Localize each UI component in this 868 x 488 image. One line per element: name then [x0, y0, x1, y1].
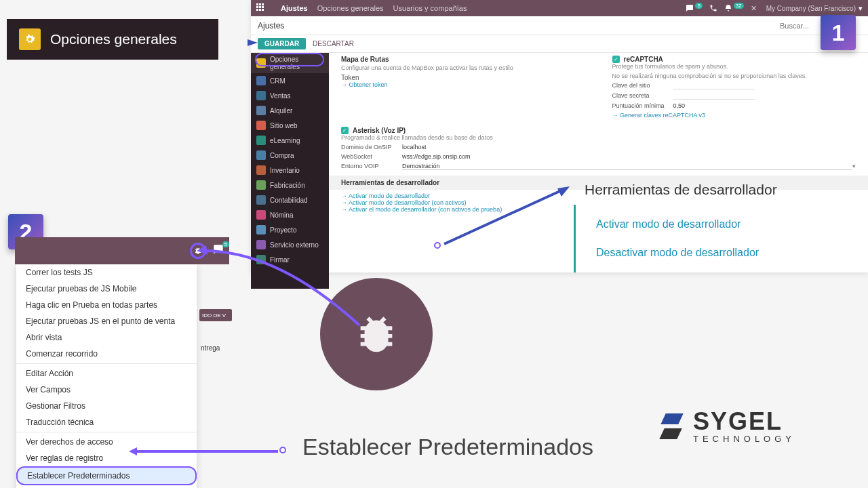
dev-menu-item[interactable]: Editar Acción: [16, 365, 197, 382]
bug-illustration: [320, 278, 433, 390]
sidebar-label: Ventas: [270, 92, 291, 100]
recaptcha-checkbox[interactable]: ✓: [612, 56, 620, 63]
onsip-value: localhost: [402, 144, 856, 150]
step-badge-1: 1: [821, 15, 856, 50]
sidebar-item-3[interactable]: Alquiler: [251, 103, 329, 118]
discard-button[interactable]: DESCARTAR: [306, 38, 361, 49]
sidebar-icon: [256, 180, 266, 190]
dev-menu-item[interactable]: Gestionar Filtros: [16, 398, 197, 414]
dev-callout-header: Herramientas de desarrollador: [574, 175, 804, 205]
dev-menu-item[interactable]: Haga clic en Prueba en todas partes: [16, 297, 197, 313]
callout-title: Opciones generales: [50, 31, 177, 47]
sidebar-label: Fabricación: [270, 182, 305, 189]
dev-menu-item[interactable]: Ver derechos de acceso: [16, 434, 197, 450]
get-token-link[interactable]: Obtener token: [341, 81, 585, 88]
sidebar-item-10[interactable]: Nómina: [251, 207, 329, 222]
sidebar-item-8[interactable]: Fabricación: [251, 178, 329, 192]
min-score-label: Puntuación mínima: [612, 102, 673, 109]
close-icon[interactable]: ✕: [751, 4, 757, 13]
sidebar-item-12[interactable]: Servicio externo: [251, 237, 329, 252]
sidebar-label: Proyecto: [270, 226, 296, 234]
action-buttons: GUARDAR DESCARTAR: [251, 35, 868, 53]
dev-menu-item[interactable]: Ejecutar pruebas JS en el punto de venta: [16, 313, 197, 329]
chevron-down-icon: ▾: [852, 163, 856, 170]
voip-env-value[interactable]: Demostración: [402, 163, 852, 170]
deactivate-dev-option[interactable]: Desactivar modo de desarrollador: [576, 239, 804, 267]
bg-fragment-pill: IDO DE V: [199, 309, 232, 321]
gen-keys-link[interactable]: Generar claves reCAPTCHA v3: [612, 112, 856, 119]
sidebar-icon: [256, 165, 266, 175]
voip-env-label: Entorno VOIP: [341, 163, 402, 170]
sidebar-label: CRM: [270, 77, 285, 85]
chevron-down-icon: ▾: [859, 4, 863, 13]
page-title: Ajustes: [258, 21, 284, 30]
ws-value: wss://edge.sip.onsip.com: [402, 153, 856, 160]
recaptcha-desc: Protege tus formularios de spam y abusos…: [612, 63, 856, 70]
activate-dev-option[interactable]: Activar modo de desarrollador: [576, 210, 804, 239]
sidebar-label: Servicio externo: [270, 241, 319, 249]
logo-name: SYGEL: [693, 409, 795, 434]
nav-users[interactable]: Usuarios y compañías: [393, 4, 467, 12]
activity-icon[interactable]: 32: [724, 4, 744, 12]
sidebar-item-9[interactable]: Contabilidad: [251, 192, 329, 207]
sidebar-icon: [256, 210, 266, 220]
sidebar-icon: [256, 76, 266, 85]
dev-menu-item[interactable]: Abrir vista: [16, 329, 197, 346]
asterisk-title: Asterisk (Voz IP): [353, 127, 406, 134]
sidebar-label: Firmar: [270, 256, 290, 264]
logo-mark-icon: [658, 411, 686, 443]
sidebar-label: Compra: [270, 152, 294, 159]
dev-menu-item[interactable]: Establecer Predeterminados: [16, 466, 197, 485]
sidebar-item-4[interactable]: Sitio web: [251, 118, 329, 133]
sidebar-label: Inventario: [270, 167, 300, 174]
sidebar-item-13[interactable]: Firmar: [251, 252, 329, 267]
sidebar-item-6[interactable]: Compra: [251, 148, 329, 163]
dev-menu-item[interactable]: Ver reglas de registro: [16, 450, 197, 466]
token-label: Token: [341, 74, 402, 81]
sidebar-label: Alquiler: [270, 107, 292, 115]
phone-icon[interactable]: [709, 4, 717, 12]
dev-menu-item[interactable]: Ver Campos: [16, 382, 197, 398]
save-button[interactable]: GUARDAR: [258, 38, 306, 49]
sidebar-item-2[interactable]: Ventas: [251, 88, 329, 103]
ws-label: WebSocket: [341, 153, 402, 160]
dev-menu-item[interactable]: Comenzar recorrido: [16, 346, 197, 362]
sidebar-icon: [256, 150, 266, 160]
dev-menu-item[interactable]: Traducción técnica: [16, 414, 197, 430]
apps-icon[interactable]: [256, 3, 266, 13]
sygel-logo: SYGELTECHNOLOGY: [658, 409, 795, 444]
app-title[interactable]: Ajustes: [281, 4, 308, 12]
dev-menu-item[interactable]: Correr los tests JS: [16, 264, 197, 281]
site-key-label: Clave del sitio: [612, 82, 673, 89]
messaging-icon[interactable]: 5: [686, 4, 702, 12]
sidebar-item-7[interactable]: Inventario: [251, 163, 329, 178]
recaptcha-title: reCAPTCHA: [624, 56, 663, 63]
secret-key-input[interactable]: [673, 92, 755, 100]
bg-fragment-text: ntrega: [201, 344, 220, 352]
logo-tagline: TECHNOLOGY: [693, 434, 795, 444]
secret-key-label: Clave secreta: [612, 92, 673, 100]
annotation-dot: [279, 447, 286, 453]
breadcrumb-bar: Ajustes: [251, 16, 868, 35]
sidebar-icon: [256, 195, 266, 205]
sidebar-label: eLearning: [270, 137, 300, 144]
sidebar-item-1[interactable]: CRM: [251, 73, 329, 88]
nav-general[interactable]: Opciones generales: [317, 4, 384, 12]
chat-icon[interactable]: 5: [213, 244, 224, 258]
recaptcha-desc2: No se realizará ninguna comprobación si …: [612, 73, 856, 79]
dev-menu-item[interactable]: Ejecutar pruebas de JS Mobile: [16, 281, 197, 297]
sidebar-label: Contabilidad: [270, 197, 308, 204]
site-key-input[interactable]: [673, 82, 755, 89]
asterisk-desc: Programado & realice llamadas desde su b…: [341, 134, 856, 141]
debug-icon[interactable]: [190, 243, 206, 259]
top-navbar: Ajustes Opciones generales Usuarios y co…: [251, 0, 868, 16]
company-selector[interactable]: My Company (San Francisco): [766, 5, 856, 12]
sidebar-icon: [256, 121, 266, 130]
section-routes-desc: Configurar una cuenta de MapBox para act…: [341, 64, 585, 71]
dev-menu-item[interactable]: Ver metadatos: [16, 485, 197, 488]
asterisk-checkbox[interactable]: ✓: [341, 127, 349, 134]
sidebar-item-5[interactable]: eLearning: [251, 133, 329, 148]
sidebar-label: Sitio web: [270, 122, 298, 129]
sidebar-item-11[interactable]: Proyecto: [251, 222, 329, 237]
callout-general-options: Opciones generales: [7, 19, 218, 60]
